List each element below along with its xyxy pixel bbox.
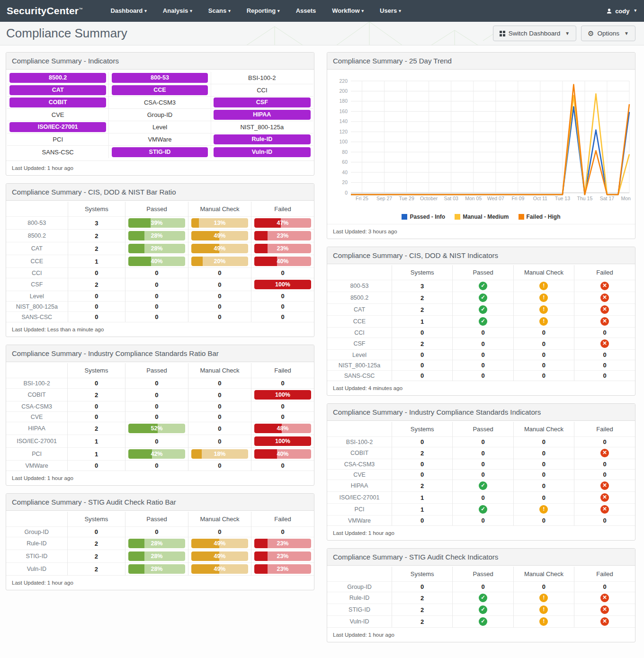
row-label: CSA-CSM3 [327,459,392,470]
failed-cross-icon[interactable]: ✕ [600,594,609,602]
manual-check-alert-icon[interactable]: ! [539,605,548,614]
ratio-bar-pass[interactable]: 42% [128,449,185,459]
legend-item-manual-medium[interactable]: Manual - Medium [455,213,509,220]
nav-item-users[interactable]: Users▾ [372,0,409,22]
manual-cell: ! [513,304,574,316]
ratio-bar-manual[interactable]: 49% [191,551,248,561]
indicator-pill-cobit[interactable]: COBIT [9,98,106,107]
ratio-bar-fail[interactable]: 23% [254,564,311,574]
indicator-pill-8500-2[interactable]: 8500.2 [9,73,106,83]
nav-item-label: Scans [208,7,226,14]
ratio-bar-manual[interactable]: 49% [191,244,248,253]
ratio-bar-manual[interactable]: 49% [191,231,248,240]
failed-cross-icon[interactable]: ✕ [600,493,609,502]
manual-check-alert-icon[interactable]: ! [539,505,548,514]
failed-cross-icon[interactable]: ✕ [600,449,609,457]
passed-check-icon[interactable]: ✓ [479,605,487,614]
switch-dashboard-button[interactable]: Switch Dashboard ▼ [493,26,576,41]
passed-cell: 52% [125,422,188,435]
failed-cell: ✕ [574,447,635,459]
column-header-systems: Systems [68,202,125,217]
ratio-bar-manual[interactable]: 18% [191,449,248,459]
indicator-pill-vuln-id[interactable]: Vuln-ID [214,147,311,157]
failed-cell: 48% [251,422,314,435]
passed-check-icon[interactable]: ✓ [479,617,487,626]
row-label: Vuln-ID [327,616,392,628]
failed-cross-icon[interactable]: ✕ [600,305,609,314]
manual-check-alert-icon[interactable]: ! [539,293,548,302]
legend-item-failed-high[interactable]: Failed - High [519,213,561,220]
row-label: VMWare [6,461,68,471]
passed-check-icon[interactable]: ✓ [479,282,487,290]
last-updated-text: Last Updated: Less than a minute ago [6,322,314,337]
ratio-bar-fail[interactable]: 48% [254,424,311,433]
failed-cross-icon[interactable]: ✕ [600,293,609,302]
passed-check-icon[interactable]: ✓ [479,481,487,490]
ratio-bar-pass[interactable]: 28% [128,539,185,548]
failed-cross-icon[interactable]: ✕ [600,317,609,326]
passed-check-icon[interactable]: ✓ [479,594,487,602]
passed-check-icon[interactable]: ✓ [479,293,487,302]
manual-check-alert-icon[interactable]: ! [539,305,548,314]
passed-check-icon[interactable]: ✓ [479,505,487,514]
ratio-bar-fail[interactable]: 100% [254,280,311,289]
nav-item-dashboard[interactable]: Dashboard▾ [102,0,154,22]
failed-cross-icon[interactable]: ✕ [600,282,609,290]
ratio-bar-pass[interactable]: 28% [128,564,185,574]
failed-cross-icon[interactable]: ✕ [600,481,609,490]
ratio-bar-pass[interactable]: 52% [128,424,185,433]
options-button[interactable]: ⚙ Options ▼ [581,26,635,41]
failed-cross-icon[interactable]: ✕ [600,339,609,348]
ratio-bar-fail[interactable]: 23% [254,539,311,548]
passed-cell: 28% [125,550,188,563]
ratio-bar-fail[interactable]: 40% [254,449,311,459]
column-header-empty [6,363,68,378]
nav-item-scans[interactable]: Scans▾ [200,0,239,22]
indicator-pill-cat[interactable]: CAT [9,85,106,95]
failed-cross-icon[interactable]: ✕ [600,605,609,614]
ratio-bar-manual[interactable]: 49% [191,539,248,548]
ratio-bar-pass[interactable]: 28% [128,231,185,240]
ratio-bar-manual[interactable]: 49% [191,564,248,574]
ratio-bar-fail[interactable]: 100% [254,390,311,400]
manual-check-alert-icon[interactable]: ! [539,317,548,326]
user-menu[interactable]: cody ▾ [606,8,636,15]
ratio-bar-fail[interactable]: 100% [254,436,311,446]
indicator-pill-rule-id[interactable]: Rule-ID [214,134,311,144]
manual-check-alert-icon[interactable]: ! [539,617,548,626]
row-label: CSF [6,278,68,291]
failed-cross-icon[interactable]: ✕ [600,505,609,514]
indicator-pill-cce[interactable]: CCE [112,85,208,95]
passed-check-icon[interactable]: ✓ [479,317,487,326]
systems-count: 2 [68,278,125,291]
table-row-cce: CCE1✓!✕ [327,316,635,328]
ratio-bar-pass[interactable]: 28% [128,244,185,253]
passed-check-icon[interactable]: ✓ [479,305,487,314]
panel-title: Compliance Summary - CIS, DOD & NIST Ind… [327,247,635,264]
ratio-bar-fail[interactable]: 47% [254,218,311,228]
nav-item-reporting[interactable]: Reporting▾ [239,0,288,22]
ratio-bar-fail[interactable]: 40% [254,257,311,266]
nav-item-assets[interactable]: Assets [288,0,324,22]
ratio-bar-manual[interactable]: 13% [191,218,248,228]
ratio-bar-fail[interactable]: 23% [254,244,311,253]
failed-cross-icon[interactable]: ✕ [600,617,609,626]
legend-item-passed-info[interactable]: Passed - Info [402,213,445,220]
indicator-pill-stig-id[interactable]: STIG-ID [112,147,208,157]
ratio-bar-fail[interactable]: 23% [254,231,311,240]
manual-check-alert-icon[interactable]: ! [539,594,548,602]
indicator-pill-hipaa[interactable]: HIPAA [214,110,311,120]
ratio-bar-pass[interactable]: 39% [128,218,185,228]
indicator-pill-iso-iec-27001[interactable]: ISO/IEC-27001 [9,122,106,132]
table-header-row: SystemsPassedManual CheckFailed [6,512,314,527]
nav-item-workflow[interactable]: Workflow▾ [324,0,372,22]
ratio-bar-manual[interactable]: 20% [191,257,248,266]
ratio-bar-pass[interactable]: 28% [128,551,185,561]
nav-item-analysis[interactable]: Analysis▾ [155,0,200,22]
app-logo[interactable]: SecurityCenter™ [7,5,82,17]
indicator-pill-800-53[interactable]: 800-53 [112,73,208,83]
manual-check-alert-icon[interactable]: ! [539,282,548,290]
indicator-pill-csf[interactable]: CSF [214,98,311,107]
ratio-bar-fail[interactable]: 23% [254,551,311,561]
ratio-bar-pass[interactable]: 40% [128,257,185,266]
